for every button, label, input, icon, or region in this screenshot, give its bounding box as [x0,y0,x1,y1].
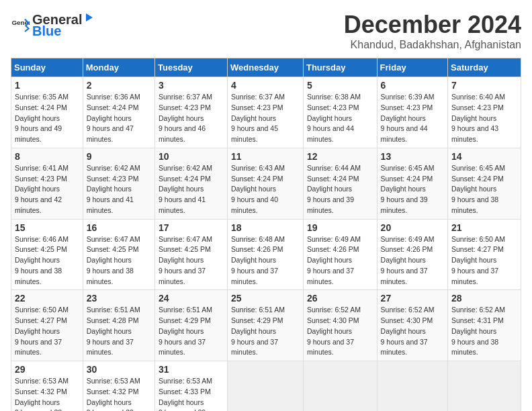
sunset-label: Sunset: 4:23 PM [159,103,211,111]
day-info: Sunrise: 6:50 AM Sunset: 4:27 PM Dayligh… [15,305,79,358]
calendar-table: SundayMondayTuesdayWednesdayThursdayFrid… [11,58,521,411]
daylight-label: Daylight hours [15,256,60,264]
sunset-label: Sunset: 4:24 PM [159,175,211,183]
sunset-label: Sunset: 4:24 PM [451,175,504,183]
day-number: 28 [451,293,517,304]
day-number: 20 [381,222,444,233]
day-number: 14 [451,151,517,162]
sunset-label: Sunset: 4:23 PM [15,175,67,183]
sunrise-label: Sunrise: 6:52 AM [307,306,361,314]
sunset-label: Sunset: 4:24 PM [87,103,139,111]
daylight-label: Daylight hours [381,185,426,193]
daylight-duration: 9 hours and 37 minutes. [87,338,134,357]
sunset-label: Sunset: 4:31 PM [451,316,504,324]
calendar-cell: 20 Sunrise: 6:49 AM Sunset: 4:26 PM Dayl… [377,219,447,290]
sunrise-label: Sunrise: 6:53 AM [87,377,140,385]
sunrise-label: Sunrise: 6:51 AM [159,306,212,314]
daylight-duration: 9 hours and 37 minutes. [451,267,498,285]
calendar-cell [227,361,303,412]
sunrise-label: Sunrise: 6:45 AM [381,164,435,172]
calendar-cell: 23 Sunrise: 6:51 AM Sunset: 4:28 PM Dayl… [83,290,154,361]
week-row-3: 15 Sunrise: 6:46 AM Sunset: 4:25 PM Dayl… [11,219,521,290]
calendar-cell: 12 Sunrise: 6:44 AM Sunset: 4:24 PM Dayl… [303,148,377,219]
sunrise-label: Sunrise: 6:46 AM [15,235,69,243]
calendar-body: 1 Sunrise: 6:35 AM Sunset: 4:24 PM Dayli… [11,77,521,412]
daylight-label: Daylight hours [451,114,496,122]
day-number: 19 [307,222,373,233]
daylight-label: Daylight hours [381,114,426,122]
calendar-cell: 5 Sunrise: 6:38 AM Sunset: 4:23 PM Dayli… [303,77,377,148]
day-info: Sunrise: 6:42 AM Sunset: 4:24 PM Dayligh… [159,163,224,216]
sunrise-label: Sunrise: 6:50 AM [451,235,505,243]
daylight-duration: 9 hours and 38 minutes. [15,408,62,411]
calendar-cell: 14 Sunrise: 6:45 AM Sunset: 4:24 PM Dayl… [448,148,521,219]
day-header-thursday: Thursday [303,58,377,77]
calendar-cell: 17 Sunrise: 6:47 AM Sunset: 4:25 PM Dayl… [155,219,228,290]
calendar-cell: 2 Sunrise: 6:36 AM Sunset: 4:24 PM Dayli… [83,77,154,148]
sunrise-label: Sunrise: 6:42 AM [159,164,212,172]
sunrise-label: Sunrise: 6:52 AM [451,306,505,314]
sunrise-label: Sunrise: 6:50 AM [15,306,69,314]
calendar-cell [377,361,447,412]
sunset-label: Sunset: 4:27 PM [451,245,504,253]
week-row-4: 22 Sunrise: 6:50 AM Sunset: 4:27 PM Dayl… [11,290,521,361]
sunset-label: Sunset: 4:26 PM [307,245,359,253]
daylight-label: Daylight hours [159,398,204,406]
sunrise-label: Sunrise: 6:44 AM [307,164,361,172]
sunset-label: Sunset: 4:23 PM [231,103,283,111]
daylight-label: Daylight hours [381,256,426,264]
daylight-label: Daylight hours [87,256,132,264]
daylight-duration: 9 hours and 37 minutes. [381,267,428,285]
logo: General General Blue [11,11,95,39]
day-number: 16 [87,222,151,233]
daylight-duration: 9 hours and 37 minutes. [231,338,278,357]
sunrise-label: Sunrise: 6:49 AM [307,235,361,243]
daylight-label: Daylight hours [381,327,426,335]
daylight-label: Daylight hours [231,114,276,122]
day-info: Sunrise: 6:50 AM Sunset: 4:27 PM Dayligh… [451,234,517,287]
day-number: 31 [159,364,224,375]
daylight-duration: 9 hours and 41 minutes. [159,195,206,214]
sunset-label: Sunset: 4:24 PM [231,175,283,183]
day-number: 23 [87,293,151,304]
calendar-cell: 18 Sunrise: 6:48 AM Sunset: 4:26 PM Dayl… [227,219,303,290]
calendar-cell: 10 Sunrise: 6:42 AM Sunset: 4:24 PM Dayl… [155,148,228,219]
title-area: December 2024 Khandud, Badakhshan, Afgha… [344,11,521,51]
sunrise-label: Sunrise: 6:51 AM [87,306,140,314]
sunrise-label: Sunrise: 6:40 AM [451,93,505,101]
daylight-label: Daylight hours [451,256,496,264]
sunset-label: Sunset: 4:30 PM [307,316,359,324]
day-info: Sunrise: 6:47 AM Sunset: 4:25 PM Dayligh… [87,234,151,287]
daylight-label: Daylight hours [87,114,132,122]
sunset-label: Sunset: 4:23 PM [87,175,139,183]
calendar-cell: 26 Sunrise: 6:52 AM Sunset: 4:30 PM Dayl… [303,290,377,361]
day-header-sunday: Sunday [11,58,83,77]
sunset-label: Sunset: 4:23 PM [451,103,504,111]
daylight-label: Daylight hours [159,185,204,193]
day-info: Sunrise: 6:53 AM Sunset: 4:32 PM Dayligh… [87,376,151,411]
daylight-duration: 9 hours and 39 minutes. [87,408,134,411]
day-info: Sunrise: 6:46 AM Sunset: 4:25 PM Dayligh… [15,234,79,287]
daylight-label: Daylight hours [307,256,352,264]
calendar-cell: 3 Sunrise: 6:37 AM Sunset: 4:23 PM Dayli… [155,77,228,148]
day-number: 11 [231,151,300,162]
daylight-duration: 9 hours and 49 minutes. [15,124,62,143]
calendar-cell [303,361,377,412]
daylight-label: Daylight hours [159,256,204,264]
daylight-duration: 9 hours and 37 minutes. [307,267,354,285]
day-info: Sunrise: 6:51 AM Sunset: 4:28 PM Dayligh… [87,305,151,358]
daylight-duration: 9 hours and 37 minutes. [307,338,354,357]
day-number: 1 [15,80,79,91]
sunset-label: Sunset: 4:25 PM [15,245,67,253]
day-info: Sunrise: 6:35 AM Sunset: 4:24 PM Dayligh… [15,92,79,145]
sunrise-label: Sunrise: 6:43 AM [231,164,285,172]
day-number: 25 [231,293,300,304]
day-number: 26 [307,293,373,304]
sunset-label: Sunset: 4:29 PM [159,316,211,324]
day-number: 18 [231,222,300,233]
daylight-duration: 9 hours and 38 minutes. [87,267,134,285]
daylight-label: Daylight hours [159,327,204,335]
day-info: Sunrise: 6:36 AM Sunset: 4:24 PM Dayligh… [87,92,151,145]
sunset-label: Sunset: 4:25 PM [159,245,211,253]
sunset-label: Sunset: 4:33 PM [159,387,211,396]
